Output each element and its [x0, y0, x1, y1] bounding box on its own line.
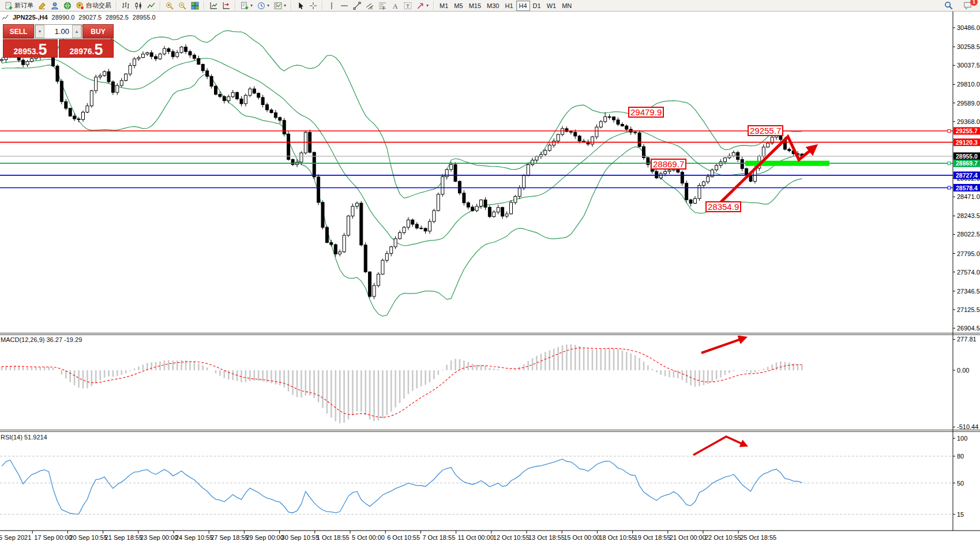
- line-chart-button[interactable]: [145, 0, 157, 12]
- timeframe-h4-button[interactable]: H4: [516, 1, 530, 11]
- svg-text:27 Sep 18:55: 27 Sep 18:55: [211, 534, 248, 541]
- zoom-in-button[interactable]: [163, 0, 176, 12]
- svg-text:28022.5: 28022.5: [957, 231, 980, 238]
- bar-chart-icon: [122, 2, 130, 10]
- add-indicator-icon: [241, 2, 249, 10]
- sell-button[interactable]: SELL: [3, 24, 34, 39]
- line-handle[interactable]: [948, 186, 951, 189]
- profit-chart-button[interactable]: [207, 0, 220, 12]
- equidistant-channel-button[interactable]: E: [363, 0, 376, 12]
- svg-text:30037.5: 30037.5: [957, 62, 980, 69]
- fibonacci-icon: F: [378, 2, 386, 10]
- tile-windows-icon: [191, 2, 199, 10]
- toolbar-separator: [160, 1, 161, 10]
- candlestick-chart-button[interactable]: [132, 0, 145, 12]
- svg-text:50: 50: [957, 480, 964, 487]
- shift-chart-button[interactable]: [220, 0, 232, 12]
- crosshair-button[interactable]: [307, 0, 320, 12]
- svg-text:29368.0: 29368.0: [957, 118, 980, 125]
- sell-price-display[interactable]: 28953.5: [3, 39, 58, 58]
- toolbar-separator: [204, 1, 205, 10]
- text-label-icon: T: [404, 2, 412, 10]
- trendline-button[interactable]: [351, 0, 363, 12]
- svg-text:20 Sep 10:55: 20 Sep 10:55: [69, 534, 107, 541]
- svg-text:21 Oct 00:00: 21 Oct 00:00: [670, 534, 706, 541]
- svg-text:29810.0: 29810.0: [957, 81, 980, 88]
- price-annotation-28869.7[interactable]: 28869.7: [651, 159, 686, 170]
- svg-text:277.81: 277.81: [957, 336, 977, 343]
- zoom-out-icon: [178, 2, 186, 10]
- timeframe-d1-button[interactable]: D1: [530, 1, 544, 11]
- period-button[interactable]: ▾: [255, 0, 272, 12]
- timeframe-m5-button[interactable]: M5: [451, 1, 465, 11]
- price-annotation-28354.9[interactable]: 28354.9: [705, 201, 741, 212]
- autotrading-button[interactable]: 自动交易: [74, 0, 114, 12]
- bar-chart-button[interactable]: [119, 0, 132, 12]
- svg-text:28869.7: 28869.7: [956, 160, 978, 167]
- volume-increase-button[interactable]: ▲: [72, 25, 81, 38]
- ohlc-close: 28955.0: [133, 14, 156, 21]
- price-chart: 30486.030258.530037.529810.029589.029368…: [0, 0, 980, 545]
- svg-text:18 Oct 10:55: 18 Oct 10:55: [599, 534, 635, 541]
- fibonacci-button[interactable]: F: [376, 0, 389, 12]
- svg-text:27574.0: 27574.0: [957, 269, 980, 276]
- buy-button[interactable]: BUY: [82, 24, 114, 39]
- line-handle[interactable]: [948, 162, 951, 165]
- timeframe-w1-button[interactable]: W1: [544, 1, 560, 11]
- price-annotation-29479.9[interactable]: 29479.9: [628, 107, 664, 118]
- market-watch-button[interactable]: [61, 0, 74, 12]
- svg-text:T: T: [406, 2, 410, 9]
- period-icon: [257, 2, 265, 10]
- svg-text:1 Oct 18:55: 1 Oct 18:55: [317, 534, 350, 541]
- price-annotation-29255.7[interactable]: 29255.7: [748, 125, 783, 136]
- buy-price-display[interactable]: 28976.5: [59, 39, 114, 58]
- timeframe-mn-button[interactable]: MN: [559, 1, 575, 11]
- svg-text:F: F: [383, 6, 385, 9]
- timeframe-m30-button[interactable]: M30: [484, 1, 502, 11]
- sell-price-pip: 5: [38, 43, 47, 56]
- horizontal-line-button[interactable]: [338, 0, 351, 12]
- volume-decrease-button[interactable]: ▼: [35, 25, 44, 38]
- volume-control: ▼ ▲: [35, 24, 82, 39]
- rsi-indicator-label: RSI(14) 51.9214: [1, 434, 47, 441]
- search-button[interactable]: [942, 0, 955, 12]
- svg-text:24 Sep 10:55: 24 Sep 10:55: [175, 534, 213, 541]
- profit-chart-icon: [209, 2, 217, 10]
- tile-windows-button[interactable]: [189, 0, 201, 12]
- ohlc-open: 28990.0: [52, 14, 75, 21]
- timeframe-h1-button[interactable]: H1: [502, 1, 516, 11]
- line-handle[interactable]: [948, 130, 951, 133]
- vertical-line-icon: [328, 2, 336, 10]
- text-label-button[interactable]: T: [401, 0, 414, 12]
- svg-text:12 Oct 10:55: 12 Oct 10:55: [493, 534, 530, 541]
- svg-text:100: 100: [957, 435, 967, 442]
- text-button[interactable]: A: [389, 0, 401, 12]
- svg-text:27125.5: 27125.5: [957, 306, 980, 313]
- svg-text:30486.0: 30486.0: [957, 24, 980, 31]
- svg-text:25 Oct 18:55: 25 Oct 18:55: [740, 534, 776, 541]
- rsi-name: RSI(14): [1, 434, 22, 441]
- svg-text:23 Sep 00:00: 23 Sep 00:00: [140, 534, 178, 541]
- new-order-button[interactable]: 新订单: [2, 0, 36, 12]
- macd-name: MACD(12,26,9): [1, 336, 44, 343]
- timeframe-m15-button[interactable]: M15: [466, 1, 484, 11]
- volume-input[interactable]: [44, 25, 72, 38]
- cursor-button[interactable]: [294, 0, 307, 12]
- metatrader-window: 新订单自动交易▾▾▾EFAT▾M1M5M15M30H1H4D1W1MN1 304…: [0, 0, 980, 545]
- profile-button[interactable]: [48, 0, 61, 12]
- zoom-out-button[interactable]: [176, 0, 189, 12]
- chat-button[interactable]: 1: [961, 0, 974, 12]
- horizontal-line-icon: [340, 2, 348, 10]
- candlestick-chart-icon: [134, 2, 142, 10]
- svg-text:A: A: [393, 2, 398, 9]
- rsi-value: 51.9214: [24, 434, 47, 441]
- svg-text:28243.5: 28243.5: [957, 212, 980, 219]
- add-indicator-button[interactable]: ▾: [238, 0, 255, 12]
- shapes-button[interactable]: ▾: [414, 0, 431, 12]
- highlighter-button[interactable]: [36, 0, 48, 12]
- vertical-line-button[interactable]: [325, 0, 338, 12]
- template-button[interactable]: ▾: [272, 0, 288, 12]
- svg-text:6 Oct 10:55: 6 Oct 10:55: [387, 534, 420, 541]
- timeframe-m1-button[interactable]: M1: [437, 1, 451, 11]
- toolbar-separator: [235, 1, 236, 10]
